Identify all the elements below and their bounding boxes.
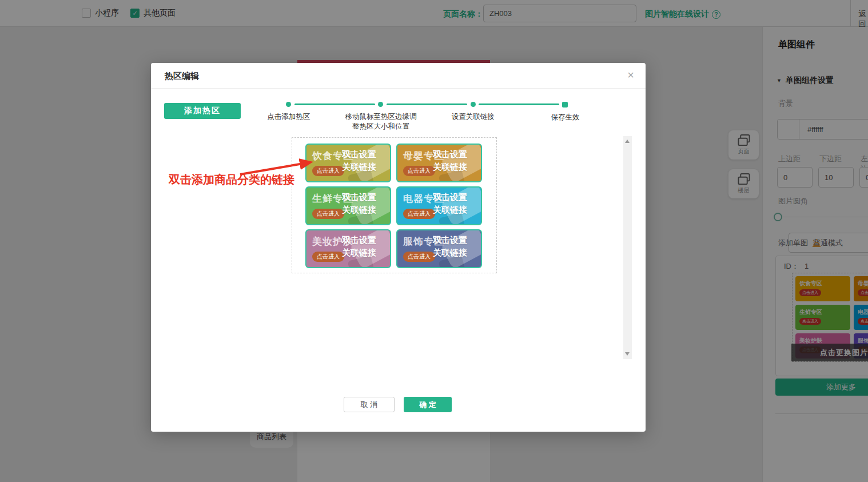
tile-overlay-text: 双击设置 关联链接 (433, 234, 467, 259)
confirm-button[interactable]: 确 定 (404, 397, 452, 412)
step-dot-icon (378, 102, 383, 107)
tile-overlay-text: 双击设置 关联链接 (342, 234, 376, 259)
tile-overlay-text: 双击设置 关联链接 (433, 191, 467, 216)
tile-badge: 点击进入 (403, 252, 435, 262)
add-hotspot-button[interactable]: 添加热区 (164, 103, 241, 119)
step-2: 移动鼠标至热区边缘调整热区大小和位置 (335, 102, 427, 132)
step-3: 设置关联链接 (427, 102, 519, 132)
tile-overlay-text: 双击设置 关联链接 (433, 148, 467, 173)
tile-badge: 点击进入 (312, 209, 344, 219)
annotation-text: 双击添加商品分类的链接 (169, 172, 294, 188)
hotspot-tile-cosmetics[interactable]: 美妆护肤 点击进入 双击设置 关联链接 (305, 229, 391, 268)
step-dot-icon (471, 102, 476, 107)
hotspot-edit-modal: 热区编辑 × 添加热区 点击添加热区 移动鼠标至热区边缘调整热区大小和位置 设置… (151, 63, 646, 432)
tile-overlay-text: 双击设置 关联链接 (342, 191, 376, 216)
scroll-down-icon[interactable] (625, 352, 630, 356)
tile-overlay-text: 双击设置 关联链接 (342, 148, 376, 173)
step-1: 点击添加热区 (242, 102, 335, 132)
hotspot-tile-food[interactable]: 饮食专区 点击进入 双击设置 关联链接 (305, 144, 391, 182)
hotspot-stepper: 点击添加热区 移动鼠标至热区边缘调整热区大小和位置 设置关联链接 保存生效 (242, 102, 611, 132)
step-dot-icon (562, 102, 568, 107)
cancel-button[interactable]: 取 消 (344, 397, 395, 412)
close-icon[interactable]: × (627, 69, 634, 82)
step-dot-icon (286, 102, 291, 107)
modal-header: 热区编辑 × (151, 63, 646, 89)
step-4: 保存生效 (519, 102, 611, 132)
tile-badge: 点击进入 (403, 166, 435, 176)
modal-scrollbar[interactable] (623, 136, 632, 359)
tile-badge: 点击进入 (312, 252, 344, 262)
modal-title: 热区编辑 (165, 71, 199, 82)
tile-badge: 点击进入 (403, 209, 435, 219)
hotspot-canvas[interactable]: 饮食专区 点击进入 双击设置 关联链接 母婴专区 点击进入 双击设置 关联链接 … (292, 137, 497, 273)
hotspot-tile-fresh[interactable]: 生鲜专区 点击进入 双击设置 关联链接 (305, 186, 391, 225)
hotspot-tile-appliance[interactable]: 电器专区 点击进入 双击设置 关联链接 (396, 186, 482, 225)
hotspot-tile-clothes[interactable]: 服饰专区 点击进入 双击设置 关联链接 (396, 229, 482, 268)
hotspot-tile-baby[interactable]: 母婴专区 点击进入 双击设置 关联链接 (396, 144, 482, 182)
scroll-up-icon[interactable] (625, 140, 630, 143)
